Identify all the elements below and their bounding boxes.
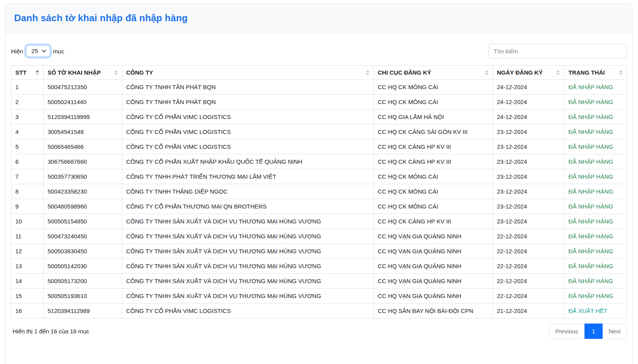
cell-chi-cuc: CC HQ SÂN BAY NỘI BÀI-ĐỘI CPN xyxy=(374,304,493,318)
cell-chi-cuc: CC HQ CK MÓNG CÁI xyxy=(374,95,493,110)
previous-page-button[interactable]: Previous xyxy=(549,324,584,339)
table-row: 6 306756687660 CÔNG TY CỔ PHẦN XUẤT NHẬP… xyxy=(11,154,627,169)
table-controls: Hiện 25 mục xyxy=(11,44,627,59)
sort-icon xyxy=(114,70,118,75)
column-header-trang-thai[interactable]: TRẠNG THÁI xyxy=(564,66,627,80)
cell-chi-cuc: CC HQ VẠN GIA QUẢNG NINH xyxy=(374,259,493,274)
card-body: Hiện 25 mục STT xyxy=(6,33,632,347)
cell-chi-cuc: CC HQ VẠN GIA QUẢNG NINH xyxy=(374,274,493,289)
cell-so-to-khai: 500480598960 xyxy=(44,199,122,214)
status-badge: ĐÃ NHẬP HÀNG xyxy=(564,229,627,244)
column-header-cong-ty[interactable]: CÔNG TY xyxy=(122,66,374,80)
page-title: Danh sách tờ khai nhập đã nhập hàng xyxy=(14,13,624,24)
cell-cong-ty: CÔNG TY CỔ PHẦN VIMC LOGISTICS xyxy=(122,139,374,154)
sort-icon xyxy=(485,70,489,75)
cell-chi-cuc: CC HQ VẠN GIA QUẢNG NINH xyxy=(374,229,493,244)
cell-so-to-khai: 500502411440 xyxy=(44,95,122,110)
cell-ngay-dang-ky: 23-12-2024 xyxy=(493,199,564,214)
cell-stt: 14 xyxy=(11,274,44,289)
sort-icon xyxy=(556,70,560,75)
cell-chi-cuc: CC HQ CK CẢNG HP KV III xyxy=(374,154,493,169)
table-footer: Hiển thị 1 đến 16 của 16 mục Previous 1 … xyxy=(11,324,627,339)
column-header-ngay-dang-ky[interactable]: NGÀY ĐĂNG KÝ xyxy=(493,66,564,80)
status-badge: ĐÃ NHẬP HÀNG xyxy=(564,214,627,229)
cell-ngay-dang-ky: 23-12-2024 xyxy=(493,124,564,139)
cell-so-to-khai: 306756687660 xyxy=(44,154,122,169)
cell-stt: 8 xyxy=(11,184,44,199)
cell-stt: 6 xyxy=(11,154,44,169)
cell-so-to-khai: 500503830450 xyxy=(44,244,122,259)
cell-ngay-dang-ky: 24-12-2024 xyxy=(493,95,564,110)
pagination-info: Hiển thị 1 đến 16 của 16 mục xyxy=(11,328,89,335)
length-label-before: Hiện xyxy=(11,48,23,55)
table-row: 1 500475212350 CÔNG TY TNHH TÂN PHÁT BQN… xyxy=(11,80,627,95)
page-length-select[interactable]: 25 xyxy=(26,45,50,57)
cell-so-to-khai: 5120394112989 xyxy=(44,304,122,318)
cell-stt: 4 xyxy=(11,124,44,139)
status-badge: ĐÃ NHẬP HÀNG xyxy=(564,139,627,154)
cell-cong-ty: CÔNG TY CỔ PHẦN THƯƠNG MẠI QN BROTHERS xyxy=(122,199,374,214)
table-row: 2 500502411440 CÔNG TY TNHH TÂN PHÁT BQN… xyxy=(11,95,627,110)
declarations-table: STT SỐ TỜ KHAI NHẬP CÔNG TY xyxy=(11,65,627,318)
cell-chi-cuc: CC HQ CK MÓNG CÁI xyxy=(374,184,493,199)
cell-so-to-khai: 50065465466 xyxy=(44,139,122,154)
column-header-chi-cuc-dang-ky[interactable]: CHI CỤC ĐĂNG KÝ xyxy=(374,66,493,80)
status-badge: ĐÃ NHẬP HÀNG xyxy=(564,154,627,169)
cell-ngay-dang-ky: 23-12-2024 xyxy=(493,154,564,169)
status-badge: ĐÃ NHẬP HÀNG xyxy=(564,95,627,110)
cell-so-to-khai: 500505173200 xyxy=(44,274,122,289)
page: Danh sách tờ khai nhập đã nhập hàng Hiện… xyxy=(0,0,638,364)
status-badge: ĐÃ NHẬP HÀNG xyxy=(564,259,627,274)
search-input[interactable] xyxy=(489,44,627,59)
cell-cong-ty: CÔNG TY CỔ PHẦN VIMC LOGISTICS xyxy=(122,110,374,124)
cell-cong-ty: CÔNG TY TNHH THẮNG DIỆP NGỌC xyxy=(122,184,374,199)
table-row: 13 500505142030 CÔNG TY TNHH SẢN XUẤT VÀ… xyxy=(11,259,627,274)
cell-cong-ty: CÔNG TY TNHH SẢN XUẤT VÀ DỊCH VỤ THƯƠNG … xyxy=(122,244,374,259)
table-row: 12 500503830450 CÔNG TY TNHH SẢN XUẤT VÀ… xyxy=(11,244,627,259)
table-row: 14 500505173200 CÔNG TY TNHH SẢN XUẤT VÀ… xyxy=(11,274,627,289)
cell-ngay-dang-ky: 23-12-2024 xyxy=(493,214,564,229)
cell-chi-cuc: CC HQ CK MÓNG CÁI xyxy=(374,169,493,184)
table-head: STT SỐ TỜ KHAI NHẬP CÔNG TY xyxy=(11,66,627,80)
cell-ngay-dang-ky: 23-12-2024 xyxy=(493,169,564,184)
status-badge: ĐÃ XUẤT HẾT xyxy=(564,304,627,318)
cell-stt: 16 xyxy=(11,304,44,318)
column-header-so-to-khai-nhap[interactable]: SỐ TỜ KHAI NHẬP xyxy=(44,66,122,80)
table-row: 8 500423358230 CÔNG TY TNHH THẮNG DIỆP N… xyxy=(11,184,627,199)
cell-so-to-khai: 500505193610 xyxy=(44,289,122,304)
cell-chi-cuc: CC HQ CK MÓNG CÁI xyxy=(374,80,493,95)
cell-stt: 9 xyxy=(11,199,44,214)
length-label-after: mục xyxy=(53,48,64,55)
cell-stt: 11 xyxy=(11,229,44,244)
table-row: 10 500505154850 CÔNG TY TNHH SẢN XUẤT VÀ… xyxy=(11,214,627,229)
next-page-button[interactable]: Next xyxy=(603,324,627,339)
cell-chi-cuc: CC HQ CK CẢNG HP KV III xyxy=(374,214,493,229)
cell-cong-ty: CÔNG TY TNHH TÂN PHÁT BQN xyxy=(122,95,374,110)
cell-ngay-dang-ky: 24-12-2024 xyxy=(493,80,564,95)
cell-cong-ty: CÔNG TY TNHH SẢN XUẤT VÀ DỊCH VỤ THƯƠNG … xyxy=(122,229,374,244)
cell-chi-cuc: CC HQ VẠN GIA QUẢNG NINH xyxy=(374,289,493,304)
header-row: STT SỐ TỜ KHAI NHẬP CÔNG TY xyxy=(11,66,627,80)
cell-stt: 13 xyxy=(11,259,44,274)
cell-stt: 1 xyxy=(11,80,44,95)
cell-ngay-dang-ky: 24-12-2024 xyxy=(493,110,564,124)
table-row: 5 50065465466 CÔNG TY CỔ PHẦN VIMC LOGIS… xyxy=(11,139,627,154)
cell-cong-ty: CÔNG TY CỔ PHẦN VIMC LOGISTICS xyxy=(122,304,374,318)
status-badge: ĐÃ NHẬP HÀNG xyxy=(564,244,627,259)
cell-so-to-khai: 500423358230 xyxy=(44,184,122,199)
cell-so-to-khai: 500475212350 xyxy=(44,80,122,95)
cell-cong-ty: CÔNG TY TNHH SẢN XUẤT VÀ DỊCH VỤ THƯƠNG … xyxy=(122,289,374,304)
table-row: 7 500357730650 CÔNG TY TNHH PHÁT TRIỂN T… xyxy=(11,169,627,184)
cell-so-to-khai: 500505154850 xyxy=(44,214,122,229)
page-length-control: Hiện 25 mục xyxy=(11,45,64,57)
pagination: Previous 1 Next xyxy=(549,324,627,339)
table-row: 15 500505193610 CÔNG TY TNHH SẢN XUẤT VÀ… xyxy=(11,289,627,304)
declarations-card: Danh sách tờ khai nhập đã nhập hàng Hiện… xyxy=(5,4,633,364)
table-row: 4 30054541548 CÔNG TY CỔ PHẦN VIMC LOGIS… xyxy=(11,124,627,139)
page-number-button[interactable]: 1 xyxy=(585,324,603,339)
table-row: 16 5120394112989 CÔNG TY CỔ PHẦN VIMC LO… xyxy=(11,304,627,318)
table-row: 11 500473240450 CÔNG TY TNHH SẢN XUẤT VÀ… xyxy=(11,229,627,244)
cell-so-to-khai: 5120394119999 xyxy=(44,110,122,124)
cell-cong-ty: CÔNG TY TNHH SẢN XUẤT VÀ DỊCH VỤ THƯƠNG … xyxy=(122,259,374,274)
column-header-stt[interactable]: STT xyxy=(11,66,44,80)
